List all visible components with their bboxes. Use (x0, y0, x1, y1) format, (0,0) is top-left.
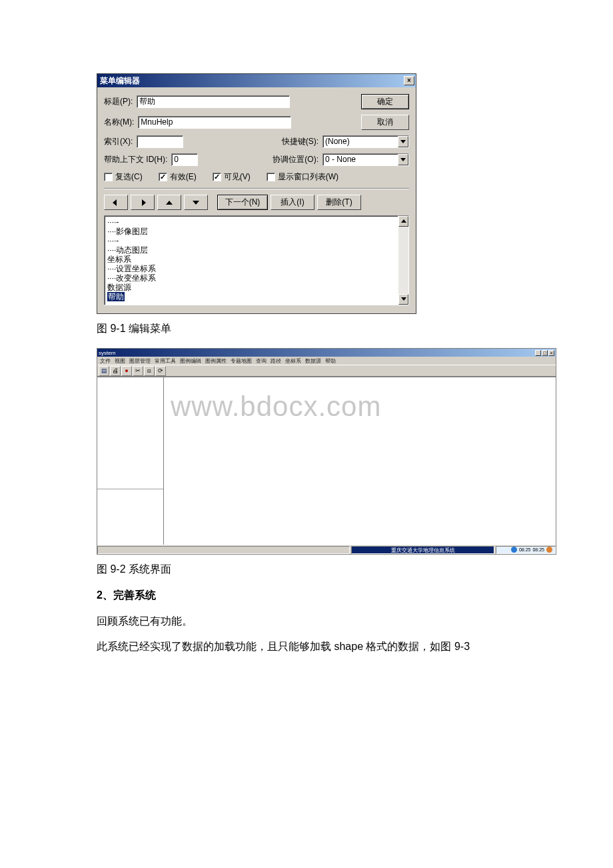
cancel-button[interactable]: 取消 (361, 115, 409, 130)
svg-marker-5 (193, 201, 199, 205)
menu-item[interactable]: 文件 (100, 357, 111, 365)
toolbar-button[interactable]: ⟳ (155, 366, 166, 376)
tray-time: 08:25 (519, 546, 531, 554)
windowlist-checkbox[interactable] (267, 173, 275, 181)
enabled-checkbox[interactable]: ✓ (159, 173, 167, 181)
toolbar-button[interactable]: 🖨 (110, 366, 121, 376)
status-pane-right: 08:25 08:25 (496, 546, 556, 554)
list-item: 坐标系 (107, 255, 131, 264)
status-bar: 重庆交通大学地理信息系统 08:25 08:25 (97, 545, 556, 554)
shortcut-combo[interactable]: (None) (322, 135, 409, 148)
list-item: 数据源 (107, 283, 131, 292)
name-input[interactable]: MnuHelp (138, 116, 291, 129)
negotiate-combo-value: 0 - None (323, 154, 398, 165)
arrow-right-button[interactable] (131, 195, 155, 210)
maximize-button[interactable]: □ (542, 350, 548, 356)
menu-item[interactable]: 视图 (115, 357, 125, 365)
listbox-scrollbar[interactable] (398, 215, 409, 305)
figure-caption-9-1: 图 9-1 编辑菜单 (97, 322, 516, 336)
minimize-button[interactable]: _ (535, 350, 541, 356)
list-item: 影像图层 (116, 227, 148, 236)
scroll-track[interactable] (398, 227, 408, 294)
close-button[interactable]: × (548, 350, 554, 356)
menu-item[interactable]: 专题地图 (231, 357, 252, 365)
svg-marker-4 (166, 201, 173, 205)
windowlist-label: 显示窗口列表(W) (278, 171, 338, 183)
helpctx-input[interactable]: 0 (171, 153, 198, 166)
index-input[interactable] (137, 135, 183, 148)
watermark-text: www.bdocx.com (171, 391, 381, 423)
figure-caption-9-2: 图 9-2 系统界面 (97, 563, 516, 577)
visible-checkbox[interactable]: ✓ (213, 173, 221, 181)
status-pane-left (97, 546, 350, 554)
shortcut-combo-value: (None) (323, 136, 398, 147)
map-canvas[interactable]: www.bdocx.com (164, 377, 556, 545)
menu-bar: 文件 视图 图层管理 常用工具 图例编辑 图例属性 专题地图 查询 路径 坐标系… (97, 357, 556, 365)
negotiate-combo[interactable]: 0 - None (322, 153, 409, 166)
menu-item[interactable]: 坐标系 (285, 357, 301, 365)
menu-item[interactable]: 图例编辑 (180, 357, 201, 365)
menu-item[interactable]: 路径 (271, 357, 281, 365)
paragraph: 回顾系统已有功能。 (97, 612, 516, 631)
index-label: 索引(X): (104, 136, 133, 147)
next-button[interactable]: 下一个(N) (217, 195, 268, 210)
toolbar-button[interactable]: ✂ (133, 366, 143, 376)
side-pane-top (97, 377, 163, 489)
arrow-down-button[interactable] (184, 195, 208, 210)
toolbar-button[interactable]: ▤ (99, 366, 109, 376)
visible-label: 可见(V) (224, 171, 251, 183)
delete-button[interactable]: 删除(T) (317, 195, 361, 210)
system-app-window: system _ □ × 文件 视图 图层管理 常用工具 图例编辑 图例属性 专… (97, 348, 556, 555)
side-pane-bottom (97, 489, 163, 545)
checked-checkbox[interactable] (104, 173, 113, 181)
close-button[interactable]: × (404, 76, 414, 85)
dialog-title: 菜单编辑器 (100, 75, 140, 87)
scroll-up-icon[interactable] (398, 216, 408, 227)
dialog-titlebar: 菜单编辑器 × (97, 74, 416, 87)
menu-item[interactable]: 数据源 (305, 357, 321, 365)
list-item: 改变坐标系 (116, 273, 156, 283)
checked-label: 复选(C) (115, 171, 143, 183)
app-titlebar: system _ □ × (97, 349, 556, 357)
menu-tree-listbox[interactable]: ····- ····影像图层 ····- ····动态图层 坐标系 ····设置… (104, 215, 398, 305)
tray-time: 08:25 (532, 546, 544, 554)
toolbar: ▤ 🖨 ● ✂ ⧈ ⟳ (97, 365, 556, 377)
menu-item[interactable]: 常用工具 (155, 357, 176, 365)
svg-marker-0 (400, 140, 406, 143)
menu-item[interactable]: 帮助 (325, 357, 336, 365)
helpctx-label: 帮助上下文 ID(H): (104, 154, 167, 165)
caption-label: 标题(P): (104, 96, 133, 107)
toolbar-button[interactable]: ● (121, 366, 132, 376)
status-pane-center: 重庆交通大学地理信息系统 (351, 546, 494, 554)
toolbar-button[interactable]: ⧈ (144, 366, 155, 376)
client-area: www.bdocx.com (97, 377, 556, 545)
paragraph: 此系统已经实现了数据的加载功能，且只能够加载 shape 格式的数据，如图 9-… (97, 637, 516, 656)
menu-editor-dialog: 菜单编辑器 × 标题(P): 帮助 确定 名称(M): MnuHelp 取消 索… (97, 73, 416, 314)
side-panel (97, 377, 164, 545)
menu-item[interactable]: 图例属性 (205, 357, 227, 365)
enabled-label: 有效(E) (170, 171, 197, 183)
list-item: 设置坐标系 (116, 264, 156, 273)
scroll-down-icon[interactable] (398, 294, 408, 305)
ok-button[interactable]: 确定 (361, 94, 409, 109)
svg-marker-3 (142, 199, 146, 206)
negotiate-label: 协调位置(O): (273, 154, 318, 165)
menu-item[interactable]: 查询 (256, 357, 267, 365)
list-item-selected: 帮助 (107, 292, 125, 301)
shortcut-label: 快捷键(S): (282, 136, 318, 147)
insert-button[interactable]: 插入(I) (271, 195, 314, 210)
tray-icon (546, 547, 552, 553)
svg-marker-2 (113, 199, 117, 206)
chevron-down-icon[interactable] (398, 136, 408, 147)
section-heading: 2、完善系统 (97, 589, 516, 603)
svg-marker-7 (401, 297, 406, 301)
list-item: 动态图层 (116, 245, 148, 255)
arrow-left-button[interactable] (104, 195, 128, 210)
svg-marker-1 (400, 158, 406, 161)
tray-icon (511, 547, 517, 553)
arrow-up-button[interactable] (157, 195, 181, 210)
caption-input[interactable]: 帮助 (137, 95, 290, 108)
app-title: system (99, 350, 115, 356)
menu-item[interactable]: 图层管理 (129, 357, 151, 365)
chevron-down-icon[interactable] (398, 154, 408, 165)
